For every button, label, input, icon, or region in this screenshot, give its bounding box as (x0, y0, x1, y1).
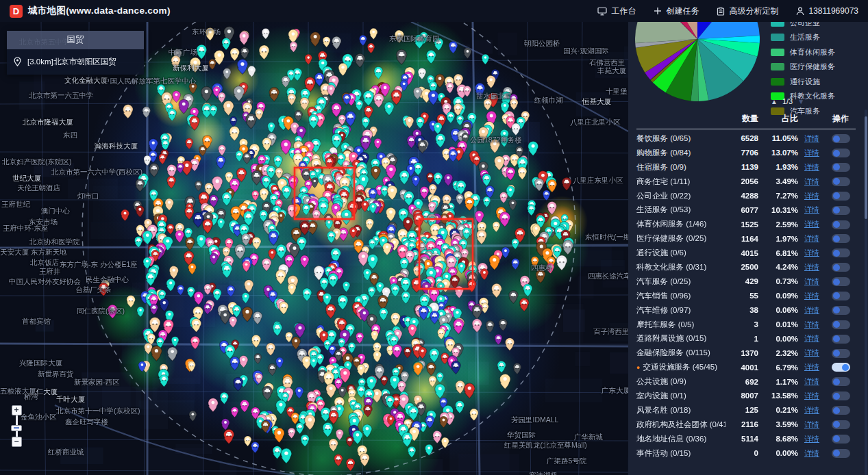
category-pct: 0.00% (758, 449, 798, 457)
zoom-in-button[interactable]: + (12, 405, 22, 415)
detail-link[interactable]: 详情 (804, 234, 819, 242)
detail-link[interactable]: 详情 (804, 192, 819, 200)
nav-create-task[interactable]: 创建任务 (654, 5, 699, 17)
visibility-toggle[interactable] (832, 277, 850, 286)
category-name: 地名地址信息 (0/36) (636, 434, 726, 444)
detail-link[interactable]: 详情 (804, 205, 819, 214)
visibility-toggle[interactable] (832, 420, 850, 429)
category-count: 5114 (726, 435, 758, 443)
detail-link[interactable]: 详情 (804, 177, 819, 185)
map-canvas[interactable] (0, 22, 628, 475)
scrollbar-thumb[interactable] (865, 116, 867, 219)
visibility-toggle[interactable] (832, 206, 850, 215)
detail-link[interactable]: 详情 (804, 449, 819, 457)
category-name: ●交通设施服务 (45/45) (636, 362, 726, 372)
detail-link[interactable]: 详情 (804, 306, 819, 314)
category-stats-table: 数量 占比 操作 餐饮服务 (0/65)652811.05%详情购物服务 (0/… (628, 111, 860, 460)
visibility-toggle[interactable] (832, 363, 850, 372)
zoom-slider-track[interactable] (16, 415, 18, 425)
legend-label: 医疗保健服务 (790, 62, 835, 72)
category-name: 汽车销售 (0/96) (636, 291, 726, 301)
table-row: 生活服务 (0/53)607710.31%详情 (636, 203, 856, 217)
category-name: 摩托车服务 (0/5) (636, 320, 726, 330)
visibility-toggle[interactable] (832, 435, 850, 444)
table-row: 医疗保健服务 (0/25)11641.97%详情 (636, 231, 856, 246)
visibility-toggle[interactable] (832, 263, 850, 272)
table-divider (636, 129, 856, 129)
category-pct: 0.73% (758, 277, 798, 285)
visibility-toggle[interactable] (832, 220, 850, 229)
category-name: 公共设施 (0/9) (636, 376, 726, 387)
top-bar: D 城市地图(www.data-dance.com) 工作台 创建任务 高级分析… (0, 0, 868, 22)
detail-link[interactable]: 详情 (804, 406, 819, 414)
zoom-slider-handle[interactable] (11, 425, 22, 431)
table-row: 公司企业 (0/22)42887.27%详情 (636, 189, 856, 203)
visibility-toggle[interactable] (832, 449, 850, 458)
category-count: 3 (726, 320, 758, 329)
nav-account[interactable]: 13811969073 (796, 6, 858, 16)
table-row: 摩托车服务 (0/5)30.01%详情 (636, 318, 856, 332)
table-row: 住宿服务 (0/9)11391.93%详情 (636, 160, 856, 175)
visibility-toggle[interactable] (832, 248, 850, 257)
detail-link[interactable]: 详情 (804, 263, 819, 271)
visibility-toggle[interactable] (832, 177, 850, 186)
detail-link[interactable]: 详情 (804, 292, 819, 300)
detail-link[interactable]: 详情 (804, 391, 819, 400)
nav-advanced-analysis[interactable]: 高级分析定制 (717, 5, 778, 17)
visibility-toggle[interactable] (832, 406, 850, 415)
category-count: 38 (726, 306, 758, 314)
detail-link[interactable]: 详情 (804, 334, 819, 342)
detail-link[interactable]: 详情 (804, 220, 819, 228)
category-name: 事件活动 (0/15) (636, 448, 726, 459)
visibility-toggle[interactable] (832, 134, 850, 143)
detail-link[interactable]: 详情 (804, 363, 819, 371)
category-count: 4015 (726, 249, 758, 257)
visibility-toggle[interactable] (832, 234, 850, 243)
detail-link[interactable]: 详情 (804, 134, 819, 142)
detail-link[interactable]: 详情 (804, 149, 819, 157)
detail-link[interactable]: 详情 (804, 163, 819, 171)
visibility-toggle[interactable] (832, 349, 850, 358)
legend-swatch (771, 34, 784, 41)
category-name: 医疗保健服务 (0/25) (636, 233, 726, 244)
zoom-slider-track-lower[interactable] (16, 431, 18, 437)
visibility-toggle[interactable] (832, 335, 850, 344)
visibility-toggle[interactable] (832, 149, 850, 157)
search-keyword[interactable]: 国贸 (7, 31, 144, 49)
detail-link[interactable]: 详情 (804, 377, 819, 385)
legend-page-down-icon[interactable]: ▼ (797, 98, 804, 105)
search-result-item[interactable]: [3.0km]北京市朝阳区国贸 (7, 49, 144, 75)
category-count: 1525 (726, 220, 758, 229)
table-row: 购物服务 (0/84)770613.07%详情 (636, 146, 856, 160)
visibility-toggle[interactable] (832, 320, 850, 329)
legend-page-up-icon[interactable]: ▲ (771, 98, 778, 105)
table-row: 金融保险服务 (0/115)13702.32%详情 (636, 346, 856, 360)
table-row: 通行设施 (0/6)40156.81%详情 (636, 246, 856, 260)
category-pct: 0.06% (758, 306, 798, 314)
nav-workbench[interactable]: 工作台 (597, 5, 636, 17)
table-row: 道路附属设施 (0/15)10.00%详情 (636, 331, 856, 346)
table-row: 汽车维修 (0/97)380.06%详情 (636, 303, 856, 318)
detail-link[interactable]: 详情 (804, 348, 819, 357)
detail-link[interactable]: 详情 (804, 248, 819, 257)
visibility-toggle[interactable] (832, 192, 850, 201)
detail-link[interactable]: 详情 (804, 277, 819, 285)
sidebar-scrollbar[interactable] (865, 110, 867, 475)
category-pie-chart (635, 22, 760, 101)
detail-link[interactable]: 详情 (804, 435, 819, 443)
table-row: 汽车服务 (0/25)4290.73%详情 (636, 274, 856, 289)
visibility-toggle[interactable] (832, 292, 850, 300)
zoom-out-button[interactable]: − (12, 437, 22, 447)
detail-link[interactable]: 详情 (804, 420, 819, 428)
table-row: 体育休闲服务 (1/46)15252.59%详情 (636, 217, 856, 231)
visibility-toggle[interactable] (832, 306, 850, 315)
nav-phone-number: 13811969073 (808, 6, 858, 16)
top-nav: 工作台 创建任务 高级分析定制 13811969073 (597, 5, 858, 17)
category-name: 风景名胜 (0/18) (636, 405, 726, 415)
visibility-toggle[interactable] (832, 377, 850, 386)
visibility-toggle[interactable] (832, 163, 850, 172)
visibility-toggle[interactable] (832, 391, 850, 400)
detail-link[interactable]: 详情 (804, 320, 819, 329)
category-pct: 2.59% (758, 220, 798, 229)
app-title: 城市地图(www.data-dance.com) (28, 5, 171, 17)
